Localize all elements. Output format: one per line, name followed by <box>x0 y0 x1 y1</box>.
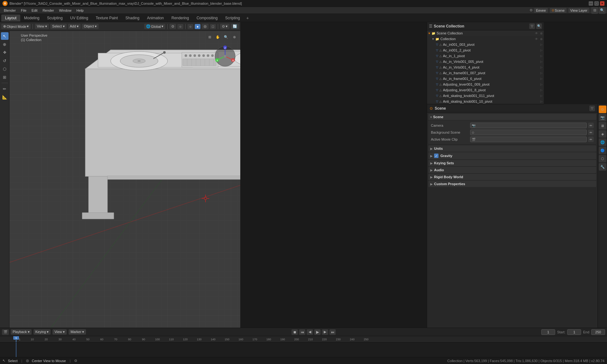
toolbar-transform[interactable]: ⊞ <box>1 73 9 81</box>
timeline-anim-icon[interactable]: 🎬 <box>2 329 9 335</box>
prop-icon-render[interactable]: 📷 <box>599 114 606 121</box>
toolbar-cursor[interactable]: ⊕ <box>1 40 9 48</box>
viewport-scene[interactable]: User Perspective (1) Collection ⊞ ✋ 🔍 ⊕ … <box>9 31 240 328</box>
outliner-item-0[interactable]: ▽ △ Ac_in001_003_pivot ▷ <box>427 42 544 47</box>
gravity-checkbox[interactable]: ✓ <box>434 154 438 158</box>
outliner-item-2[interactable]: ▽ △ Ac_in_1_pivot ▷ <box>427 53 544 59</box>
outliner-collection[interactable]: ▾ 📁 Collection 👁 ⊕ <box>427 36 544 42</box>
jump-end-button[interactable]: ⏭ <box>329 329 336 335</box>
rendered-shading[interactable]: □ <box>210 24 216 29</box>
prop-icon-view-layer[interactable]: ◈ <box>599 130 606 138</box>
menu-blender[interactable]: Blender <box>1 8 18 13</box>
solid-shading[interactable]: ● <box>195 24 201 29</box>
background-scene-value[interactable]: ⊙ <box>470 130 587 135</box>
outliner-item-9[interactable]: ▽ △ Anti_skating_knob001_011_pivot ▷ <box>427 93 544 99</box>
toolbar-move[interactable]: ✥ <box>1 49 9 56</box>
stop-button[interactable]: ⏹ <box>291 329 298 335</box>
maximize-button[interactable]: ☐ <box>594 1 599 6</box>
scene-section-header[interactable]: ▾ Scene <box>428 114 596 120</box>
bg-scene-edit-btn[interactable]: ✏ <box>588 130 594 135</box>
outliner-item-7[interactable]: ▽ △ Adjusting_lever001_009_pivot ▷ <box>427 82 544 87</box>
audio-section-header[interactable]: ▶ Audio <box>428 167 596 173</box>
camera-edit-btn[interactable]: ✏ <box>588 123 594 128</box>
view-layer-selector[interactable]: View Layer <box>568 8 589 13</box>
outliner-item-8[interactable]: ▽ △ Adjusting_lever001_8_pivot ▷ <box>427 87 544 93</box>
timeline-track-body[interactable] <box>0 343 607 357</box>
prop-icon-object[interactable]: ⬡ <box>599 155 606 162</box>
render-engine-selector[interactable]: Eevee <box>534 8 548 13</box>
prop-icon-scene-data[interactable]: 🌐 <box>599 138 606 146</box>
close-button[interactable]: ✕ <box>600 1 604 6</box>
snap-btn[interactable]: ⊙ <box>169 24 176 29</box>
play-button[interactable]: ▶ <box>314 329 321 335</box>
outliner-item-1[interactable]: ▽ △ Ac_in001_2_pivot ▷ <box>427 47 544 53</box>
header-icon-1[interactable]: ⊟ <box>591 7 598 14</box>
proportional-btn[interactable]: ○ <box>177 24 183 29</box>
rigid-body-world-header[interactable]: ▶ Rigid Body World <box>428 174 596 180</box>
toolbar-select[interactable]: ↖ <box>1 32 9 40</box>
scene-selector[interactable]: ⊙ Scene <box>550 8 567 13</box>
tab-uv-editing[interactable]: UV Editing <box>66 15 92 21</box>
menu-file[interactable]: File <box>18 8 29 13</box>
header-icon-2[interactable]: 🔍 <box>599 7 606 14</box>
material-shading[interactable]: ◎ <box>202 24 209 29</box>
add-menu[interactable]: Add ▾ <box>68 24 81 29</box>
outliner-item-10[interactable]: ▽ △ Anti_skating_knob001_10_pivot ▷ <box>427 99 544 104</box>
toolbar-scale[interactable]: ⬡ <box>1 65 9 73</box>
outliner-scene-collection[interactable]: ▾ 📁 Scene Collection 👁 ⊕ <box>427 30 544 36</box>
navigation-gizmo[interactable]: Z X Y <box>212 44 238 69</box>
keying-menu[interactable]: Keying ▾ <box>34 329 51 335</box>
minimize-button[interactable]: — <box>589 1 593 6</box>
prop-icon-scene[interactable]: ⊙ <box>599 106 606 113</box>
tab-layout[interactable]: Layout <box>1 15 20 21</box>
tab-scripting[interactable]: Scripting <box>221 15 244 21</box>
prop-options-btn[interactable]: ▽ <box>589 106 595 111</box>
viewport-search-icon[interactable]: 🔍 <box>223 33 230 40</box>
prop-icon-world[interactable]: 🔵 <box>599 147 606 154</box>
end-frame-input[interactable]: 250 <box>591 329 605 335</box>
keying-sets-header[interactable]: ▶ Keying Sets <box>428 160 596 166</box>
start-frame-input[interactable]: 1 <box>567 329 581 335</box>
view-menu[interactable]: View ▾ <box>35 24 49 29</box>
add-workspace-button[interactable]: + <box>244 14 251 22</box>
tab-rendering[interactable]: Rendering <box>168 15 193 21</box>
prop-icon-modifier[interactable]: 🔧 <box>599 163 606 171</box>
wireframe-shading[interactable]: ○ <box>187 24 193 29</box>
viewport-hand-icon[interactable]: ✋ <box>214 33 221 40</box>
outliner-item-6[interactable]: ▽ △ Ac_in_frame001_6_pivot ▷ <box>427 76 544 82</box>
gizmo-toggle[interactable]: 🔄 <box>231 24 239 29</box>
viewport-plus-icon[interactable]: ⊕ <box>231 33 238 40</box>
tab-sculpting[interactable]: Sculpting <box>43 15 66 21</box>
toolbar-annotate[interactable]: ✏ <box>1 85 9 93</box>
outliner-filter-btn[interactable]: ▽ <box>529 23 535 29</box>
view-menu-timeline[interactable]: View ▾ <box>52 329 67 335</box>
outliner-content[interactable]: ▾ 📁 Scene Collection 👁 ⊕ ▾ 📁 Collection … <box>427 30 544 104</box>
toolbar-rotate[interactable]: ↺ <box>1 57 9 64</box>
viewport-grid-icon[interactable]: ⊞ <box>206 33 213 40</box>
camera-value[interactable]: 📷 <box>470 123 587 128</box>
prev-frame-button[interactable]: ◀ <box>307 329 313 335</box>
next-frame-button[interactable]: ▶ <box>322 329 328 335</box>
menu-help[interactable]: Help <box>74 8 86 13</box>
outliner-item-3[interactable]: ▽ △ Ac_in_Virts001_005_pivot ▷ <box>427 59 544 64</box>
current-frame-input[interactable]: 1 <box>541 329 555 335</box>
outliner-item-4[interactable]: ▽ △ Ac_in_Virts001_4_pivot ▷ <box>427 64 544 70</box>
outliner-item-5[interactable]: ▽ △ Ac_in_frame001_007_pivot ▷ <box>427 70 544 76</box>
jump-start-button[interactable]: ⏮ <box>299 329 305 335</box>
overlay-toggle[interactable]: ⊙ ▾ <box>220 24 230 29</box>
playback-menu[interactable]: Playback ▾ <box>11 329 32 335</box>
toolbar-measure[interactable]: 📐 <box>1 93 9 101</box>
timeline-track-area[interactable]: 1 10 20 30 40 50 60 70 80 90 100 110 120… <box>0 336 607 357</box>
marker-menu[interactable]: Marker ▾ <box>69 329 86 335</box>
units-section-header[interactable]: ▶ Units <box>428 145 596 152</box>
select-menu[interactable]: Select ▾ <box>50 24 67 29</box>
movie-clip-edit-btn[interactable]: ✏ <box>588 136 594 142</box>
active-movie-clip-value[interactable]: 🎬 <box>470 136 587 142</box>
tab-compositing[interactable]: Compositing <box>193 15 222 21</box>
menu-render[interactable]: Render <box>40 8 57 13</box>
menu-edit[interactable]: Edit <box>29 8 40 13</box>
outliner-search-btn[interactable]: 🔍 <box>536 23 542 29</box>
mode-selector[interactable]: ⊕ Object Mode ▾ <box>1 24 31 29</box>
tab-modeling[interactable]: Modeling <box>20 15 43 21</box>
menu-window[interactable]: Window <box>57 8 74 13</box>
